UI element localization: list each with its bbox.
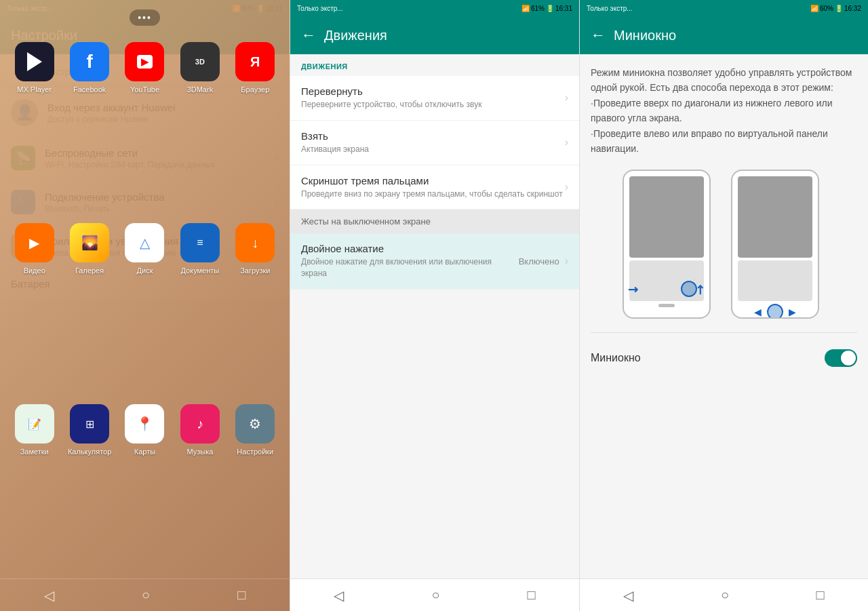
movements-header: ← Движения bbox=[290, 16, 579, 54]
home-btn-2[interactable]: ○ bbox=[418, 582, 453, 608]
back-btn-3[interactable]: ◁ bbox=[610, 582, 647, 609]
movements-title: Движения bbox=[324, 28, 387, 43]
miniwindow-toggle[interactable] bbox=[825, 349, 857, 367]
toggle-thumb bbox=[841, 351, 856, 366]
video-label: Видео bbox=[24, 267, 45, 275]
screenshot-item[interactable]: Скриншот тремя пальцами Проведите вниз п… bbox=[290, 165, 579, 210]
battery-2: 📶 61% 🔋 16:31 bbox=[521, 5, 572, 12]
phone-frame-1: ↗ ↗ bbox=[623, 170, 711, 319]
back-btn-1[interactable]: ◁ bbox=[31, 582, 68, 609]
downloads-icon: ↓ bbox=[235, 223, 275, 262]
app-settings[interactable]: ⚙ Настройки bbox=[228, 397, 283, 578]
home-btn-1[interactable]: ○ bbox=[128, 582, 163, 608]
time-2: 16:31 bbox=[555, 5, 572, 12]
video-icon: ▶ bbox=[15, 223, 54, 262]
movements-list: ДВИЖЕНИЯ Перевернуть Переверните устройс… bbox=[290, 54, 579, 578]
drive-icon: △ bbox=[125, 223, 164, 262]
wifi-icon-2: 📶 bbox=[521, 5, 530, 12]
maps-icon: 📍 bbox=[125, 404, 164, 444]
facebook-icon: f bbox=[70, 42, 109, 81]
maps-label: Карты bbox=[134, 448, 155, 456]
miniwindow-header: ← Миниокно bbox=[580, 16, 868, 54]
docs-label: Документы bbox=[181, 267, 220, 275]
miniwindow-title: Миниокно bbox=[614, 28, 676, 43]
pickup-arrow: › bbox=[565, 136, 568, 149]
double-tap-text: Двойное нажатие Двойное нажатие для вклю… bbox=[301, 243, 519, 279]
miniwindow-back-btn[interactable]: ← bbox=[591, 26, 606, 44]
recent-btn-1[interactable]: □ bbox=[224, 582, 259, 608]
app-video[interactable]: ▶ Видео bbox=[7, 216, 62, 397]
back-btn-2[interactable]: ◁ bbox=[320, 582, 357, 609]
youtube-icon: ▶ bbox=[125, 42, 164, 81]
double-tap-arrow: › bbox=[565, 255, 568, 267]
app-youtube[interactable]: ▶ YouTube bbox=[117, 35, 172, 216]
nav-right-arrow: ▶ bbox=[789, 307, 796, 317]
double-tap-item[interactable]: Двойное нажатие Двойное нажатие для вклю… bbox=[290, 233, 579, 290]
phone-screen-bottom-2 bbox=[738, 260, 812, 301]
status-bar-2: Только экстр... 📶 61% 🔋 16:31 bbox=[290, 0, 579, 16]
downloads-label: Загрузки bbox=[240, 267, 270, 275]
phone-home-area-1 bbox=[624, 304, 709, 307]
play-icon bbox=[27, 52, 42, 71]
app-drive[interactable]: △ Диск bbox=[117, 216, 172, 397]
drawer-handle[interactable]: ••• bbox=[0, 0, 290, 35]
app-calc[interactable]: ⊞ Калькулятор bbox=[62, 397, 117, 578]
phone-nav-area-2: ◀ ▶ bbox=[732, 304, 818, 319]
app-mx-player[interactable]: MX Player bbox=[7, 35, 62, 216]
flip-item[interactable]: Перевернуть Переверните устройство, чтоб… bbox=[290, 76, 579, 121]
phone-illustration-1: ↗ ↗ bbox=[623, 170, 717, 319]
app-notes[interactable]: 📝 Заметки bbox=[7, 397, 62, 578]
app-maps[interactable]: 📍 Карты bbox=[117, 397, 172, 578]
flip-arrow: › bbox=[565, 92, 568, 104]
desc-tip2: ·Проведите влево или вправо по виртуальн… bbox=[591, 128, 828, 154]
flip-text: Перевернуть Переверните устройство, чтоб… bbox=[301, 85, 565, 111]
flip-subtitle: Переверните устройство, чтобы отключить … bbox=[301, 99, 565, 111]
movements-back-btn[interactable]: ← bbox=[301, 26, 316, 44]
app-facebook[interactable]: f Facebook bbox=[62, 35, 117, 216]
screen-movements: Только экстр... 📶 61% 🔋 16:31 ← Движения… bbox=[290, 0, 579, 611]
desc-tip1: ·Проведите вверх по диагонали из нижнего… bbox=[591, 98, 833, 123]
facebook-label: Facebook bbox=[73, 85, 106, 94]
screenshot-arrow: › bbox=[565, 181, 568, 193]
app-downloads[interactable]: ↓ Загрузки bbox=[228, 216, 283, 397]
nav-left-arrow: ◀ bbox=[754, 307, 762, 317]
pickup-subtitle: Активация экрана bbox=[301, 144, 565, 155]
gestures-section-header: Жесты на выключенном экране bbox=[290, 210, 579, 233]
app-3dmark[interactable]: 3D 3DMark bbox=[172, 35, 227, 216]
app-browser[interactable]: Я Браузер bbox=[228, 35, 283, 216]
settings-app-label: Настройки bbox=[237, 448, 273, 456]
app-drawer[interactable]: ••• MX Player f Facebook bbox=[0, 0, 290, 611]
status-left-2: Только экстр... bbox=[297, 5, 343, 12]
nav-bar-3: ◁ ○ □ bbox=[580, 578, 868, 611]
battery-percent-2: 61% bbox=[531, 5, 545, 12]
miniwindow-toggle-label: Миниокно bbox=[591, 352, 641, 364]
battery-percent-3: 60% bbox=[820, 5, 833, 12]
recent-btn-2[interactable]: □ bbox=[513, 582, 549, 608]
app-docs[interactable]: ≡ Документы bbox=[172, 216, 227, 397]
phone-screen-top-1 bbox=[629, 176, 704, 258]
screen-settings: Только экстр... 📶 60% 🔋 16:31 Настройки … bbox=[0, 0, 290, 611]
settings-app-icon: ⚙ bbox=[235, 404, 275, 444]
phone-frame-2: ◀ ▶ bbox=[731, 170, 819, 319]
nav-bar-2: ◁ ○ □ bbox=[290, 578, 579, 611]
recent-btn-3[interactable]: □ bbox=[803, 582, 838, 608]
screenshot-text: Скриншот тремя пальцами Проведите вниз п… bbox=[301, 175, 565, 200]
wifi-icon-3: 📶 bbox=[810, 5, 818, 12]
pickup-item[interactable]: Взять Активация экрана › bbox=[290, 121, 579, 165]
drive-label: Диск bbox=[137, 267, 153, 275]
app-gallery[interactable]: 🌄 Галерея bbox=[62, 216, 117, 397]
app-grid: MX Player f Facebook ▶ YouTube 3D bbox=[0, 35, 290, 578]
calc-icon: ⊞ bbox=[70, 404, 109, 444]
phone-screen-top-2 bbox=[738, 176, 812, 258]
notes-icon: 📝 bbox=[15, 404, 54, 444]
pickup-title: Взять bbox=[301, 130, 565, 142]
screen-miniwindow: Только экстр... 📶 60% 🔋 16:32 ← Миниокно… bbox=[579, 0, 868, 611]
notes-label: Заметки bbox=[20, 448, 49, 456]
browser-label: Браузер bbox=[241, 85, 269, 94]
3dmark-icon: 3D bbox=[180, 42, 220, 81]
youtube-label: YouTube bbox=[130, 85, 159, 94]
miniwindow-description: Режим миниокна позволяет удобно управлят… bbox=[591, 65, 857, 156]
app-music[interactable]: ♪ Музыка bbox=[172, 397, 227, 578]
double-tap-value: Включено bbox=[519, 256, 559, 267]
home-btn-3[interactable]: ○ bbox=[707, 582, 743, 608]
